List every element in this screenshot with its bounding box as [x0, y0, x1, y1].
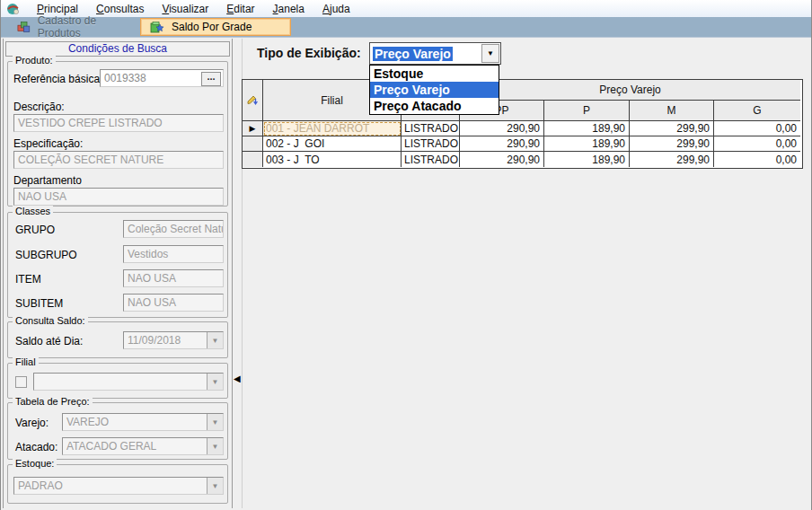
filial-checkbox[interactable] [15, 376, 27, 388]
atacado-combo[interactable]: ATACADO GERAL ▼ [62, 437, 224, 455]
cell-p[interactable]: 189,90 [544, 136, 630, 152]
combo-selected-value: Preço Varejo [370, 43, 481, 64]
saldo-ate-dia-combo[interactable]: 11/09/2018 ▼ [123, 331, 224, 349]
chevron-down-icon[interactable]: ▼ [207, 374, 223, 390]
cell-pp[interactable]: 290,90 [460, 136, 544, 152]
cell-p[interactable]: 189,90 [544, 121, 630, 136]
menu-ajuda[interactable]: Ajuda [313, 2, 359, 16]
varejo-label: Varejo: [15, 417, 49, 429]
group-consulta-saldo-legend: Consulta Saldo: [13, 315, 88, 326]
item-label: ITEM [15, 273, 41, 286]
cubes-icon [17, 21, 31, 33]
saldo-grade-table: Filial Preço Varejo PP P M G ▶ 001 - JEA… [242, 79, 803, 169]
cell-desc[interactable]: LISTRADO [402, 152, 460, 167]
app-logo-icon [6, 3, 21, 15]
group-tabela-preco-legend: Tabela de Preço: [13, 396, 93, 407]
row-pointer-icon: ▶ [250, 124, 256, 133]
cell-p[interactable]: 189,90 [544, 152, 630, 167]
sort-column-header[interactable] [243, 80, 263, 121]
tab-bar: Cadastro de Produtos Saldo Por Grade [1, 17, 811, 38]
row-indicator: ▶ [243, 121, 263, 136]
cell-pp[interactable]: 290,90 [460, 152, 544, 167]
cell-m[interactable]: 299,90 [630, 121, 714, 136]
tab-label: Saldo Por Grade [172, 21, 252, 33]
group-consulta-saldo: Consulta Saldo: Saldo até Dia: 11/09/201… [7, 321, 228, 358]
group-produto: Produto: Referência básica: 0019338 ... … [7, 61, 228, 207]
column-header-m[interactable]: M [630, 101, 714, 121]
dropdown-option-estoque[interactable]: Estoque [370, 66, 499, 82]
cell-g[interactable]: 0,00 [714, 121, 800, 136]
cell-g[interactable]: 0,00 [714, 152, 800, 167]
especificacao-input: COLEÇÃO SECRET NATURE [13, 151, 224, 169]
column-header-g[interactable]: G [714, 101, 800, 121]
tab-cadastro-de-produtos[interactable]: Cadastro de Produtos [8, 19, 143, 34]
dropdown-option-preco-atacado[interactable]: Preço Atacado [370, 98, 499, 114]
referencia-browse-button[interactable]: ... [201, 72, 221, 86]
group-classes-legend: Classes [13, 206, 53, 216]
column-header-p[interactable]: P [544, 101, 630, 121]
tipo-exibicao-combo[interactable]: Preço Varejo ▼ [369, 42, 501, 65]
departamento-label: Departamento [13, 174, 82, 187]
grade-box-icon [150, 21, 164, 33]
cell-filial[interactable]: 001 - JEAN DARROT [263, 121, 402, 136]
cell-g[interactable]: 0,00 [714, 136, 800, 152]
chevron-down-icon[interactable]: ▼ [207, 478, 223, 494]
subgrupo-input: Vestidos [123, 245, 224, 263]
tab-saldo-por-grade[interactable]: Saldo Por Grade [140, 18, 291, 36]
chevron-down-icon[interactable]: ▼ [207, 332, 223, 348]
chevron-down-icon[interactable]: ▼ [481, 44, 499, 63]
collapse-left-icon[interactable]: ◀ [234, 374, 241, 383]
dropdown-option-preco-varejo[interactable]: Preço Varejo [370, 82, 499, 98]
descricao-label: Descrição: [13, 101, 65, 113]
departamento-input: NAO USA [13, 188, 224, 206]
tipo-exibicao-label: Tipo de Exibição: [257, 46, 361, 60]
search-conditions-panel: Condições de Busca Produto: Referência b… [3, 39, 233, 508]
app-window: Principal Consultas Visualizar Editar Ja… [0, 0, 812, 510]
cell-filial[interactable]: 003 - J TO [263, 152, 402, 167]
group-produto-legend: Produto: [13, 55, 56, 66]
atacado-label: Atacado: [15, 441, 57, 453]
tab-label: Cadastro de Produtos [38, 14, 134, 40]
group-filial: Filial ▼ [7, 363, 228, 399]
grupo-input: Coleção Secret Nature [123, 220, 224, 238]
estoque-combo[interactable]: PADRAO ▼ [13, 477, 224, 495]
chevron-down-icon[interactable]: ▼ [207, 438, 223, 454]
cell-desc[interactable]: LISTRADO [402, 121, 460, 136]
menu-visualizar[interactable]: Visualizar [153, 2, 217, 16]
cell-m[interactable]: 299,90 [630, 136, 714, 152]
group-classes: Classes GRUPO Coleção Secret Nature SUBG… [7, 212, 228, 318]
tipo-exibicao-dropdown-list: Estoque Preço Varejo Preço Atacado [369, 65, 499, 115]
referencia-label: Referência básica: [13, 73, 102, 85]
group-filial-legend: Filial [13, 356, 39, 367]
band-header-preco-varejo: Preço Varejo [460, 80, 800, 101]
menu-editar[interactable]: Editar [217, 2, 263, 16]
cell-pp[interactable]: 290,90 [460, 121, 544, 136]
row-indicator [243, 136, 263, 152]
cell-filial[interactable]: 002 - J GOI [263, 136, 402, 152]
group-estoque-legend: Estoque: [13, 458, 57, 469]
saldo-ate-dia-label: Saldo até Dia: [15, 335, 83, 347]
subitem-input: NAO USA [123, 294, 224, 312]
row-indicator [243, 152, 263, 167]
referencia-input[interactable]: 0019338 ... [100, 69, 224, 87]
varejo-combo[interactable]: VAREJO ▼ [62, 413, 224, 431]
subgrupo-label: SUBGRUPO [15, 249, 77, 261]
grupo-label: GRUPO [15, 224, 55, 236]
group-tabela-preco: Tabela de Preço: Varejo: VAREJO ▼ Atacad… [7, 402, 228, 460]
chevron-down-icon[interactable]: ▼ [207, 414, 223, 430]
item-input: NAO USA [123, 269, 224, 287]
menu-janela[interactable]: Janela [264, 2, 313, 16]
especificacao-label: Especificação: [13, 137, 83, 150]
sort-pencil-icon [246, 93, 259, 107]
filial-combo[interactable]: ▼ [33, 373, 224, 391]
descricao-input: VESTIDO CREPE LISTRADO [13, 114, 224, 132]
cell-m[interactable]: 299,90 [630, 152, 714, 167]
group-estoque: Estoque: PADRAO ▼ [7, 464, 228, 504]
subitem-label: SUBITEM [15, 297, 63, 310]
cell-desc[interactable]: LISTRADO [402, 136, 460, 152]
